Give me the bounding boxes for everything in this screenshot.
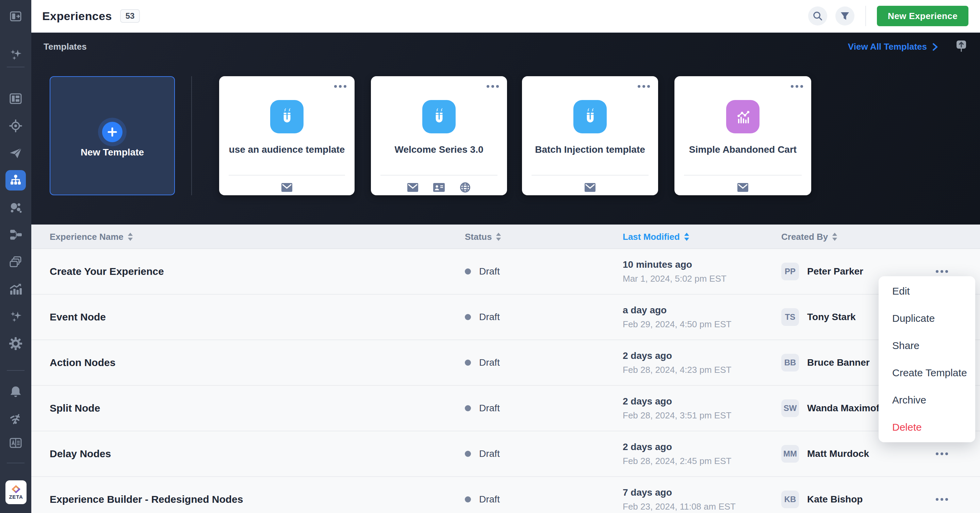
sidebar-divider	[7, 370, 24, 371]
sort-icon	[496, 233, 501, 241]
menu-item-delete[interactable]: Delete	[878, 414, 975, 441]
experience-table: Create Your Experience Draft 10 minutes …	[31, 249, 980, 513]
experience-name[interactable]: Action Nodes	[50, 357, 115, 368]
experience-name[interactable]: Split Node	[50, 402, 100, 414]
collapse-section-icon[interactable]	[954, 39, 969, 53]
creator-name: Wanda Maximoff	[807, 403, 882, 414]
table-header: Experience Name Status Last Modified Cre…	[31, 224, 980, 249]
modified-relative: 2 days ago	[623, 442, 731, 453]
envelope-icon	[737, 183, 748, 192]
search-button[interactable]	[808, 6, 827, 25]
copies-icon[interactable]	[9, 255, 22, 269]
table-row[interactable]: Experience Builder - Redesigned Nodes Dr…	[31, 477, 980, 513]
top-bar: Experiences 53 New Experience	[31, 0, 980, 33]
send-icon[interactable]	[9, 146, 22, 160]
status-label: Draft	[479, 357, 500, 368]
status-label: Draft	[479, 494, 500, 505]
avatar: SW	[781, 399, 799, 417]
menu-item-edit[interactable]: Edit	[878, 278, 975, 305]
layout-icon[interactable]	[9, 92, 22, 105]
creator-name: Kate Bishop	[807, 494, 862, 505]
modified-relative: 10 minutes ago	[623, 259, 727, 270]
filter-icon	[840, 11, 850, 21]
sparkles-icon[interactable]	[9, 310, 22, 323]
split-node-icon[interactable]	[9, 228, 22, 241]
row-context-menu: Edit Duplicate Share Create Template Arc…	[878, 276, 975, 442]
experience-name[interactable]: Create Your Experience	[50, 266, 164, 277]
modified-absolute: Feb 28, 2024, 2:45 pm EST	[623, 456, 731, 466]
new-experience-button[interactable]: New Experience	[877, 6, 969, 26]
template-name: use an audience template	[219, 144, 355, 155]
bell-icon[interactable]	[9, 385, 22, 399]
status-dot	[465, 360, 471, 366]
card-kebab-menu-icon[interactable]	[334, 85, 347, 88]
card-kebab-menu-icon[interactable]	[791, 85, 803, 88]
zeta-diamond-icon	[11, 485, 21, 493]
envelope-icon	[282, 183, 292, 192]
status-dot	[465, 405, 471, 411]
template-name: Simple Abandoned Cart	[675, 144, 811, 155]
creator-name: Tony Stark	[807, 311, 856, 322]
template-card[interactable]: use an audience template	[219, 76, 355, 195]
table-row[interactable]: Delay Nodes Draft 2 days agoFeb 28, 2024…	[31, 431, 980, 477]
menu-item-create-template[interactable]: Create Template	[878, 359, 975, 386]
sidebar-item-experiences-selected[interactable]	[5, 170, 26, 191]
experience-name[interactable]: Event Node	[50, 311, 106, 323]
row-kebab-menu-icon[interactable]	[936, 270, 948, 273]
modified-relative: 2 days ago	[623, 350, 731, 361]
modified-absolute: Feb 23, 2024, 11:08 am EST	[623, 502, 736, 512]
target-icon[interactable]	[9, 119, 22, 133]
magnet-icon	[422, 100, 456, 133]
table-row[interactable]: Event Node Draft a day agoFeb 29, 2024, …	[31, 295, 980, 340]
sparkles-icon[interactable]	[9, 48, 22, 61]
page-title: Experiences	[42, 10, 112, 23]
card-kebab-menu-icon[interactable]	[638, 85, 650, 88]
column-header-created-by[interactable]: Created By	[781, 224, 837, 249]
table-row[interactable]: Create Your Experience Draft 10 minutes …	[31, 249, 980, 295]
template-card[interactable]: Welcome Series 3.0	[371, 76, 507, 195]
row-kebab-menu-icon[interactable]	[936, 453, 948, 455]
templates-divider	[191, 76, 192, 195]
status-label: Draft	[479, 448, 500, 459]
zeta-logo[interactable]: ZETA	[5, 480, 27, 504]
envelope-icon	[407, 183, 418, 192]
chart-trend-icon[interactable]	[9, 282, 22, 296]
status-label: Draft	[479, 311, 500, 322]
menu-item-duplicate[interactable]: Duplicate	[878, 305, 975, 332]
template-card[interactable]: Batch Injection template	[522, 76, 658, 195]
status-label: Draft	[479, 403, 500, 414]
avatar: TS	[781, 308, 799, 326]
templates-section-title: Templates	[43, 41, 87, 52]
experience-name[interactable]: Delay Nodes	[50, 448, 111, 460]
status-dot	[465, 314, 471, 320]
column-header-status[interactable]: Status	[465, 224, 501, 249]
filter-button[interactable]	[835, 6, 854, 25]
docs-book-icon[interactable]	[9, 436, 22, 450]
menu-item-share[interactable]: Share	[878, 332, 975, 359]
column-header-last-modified[interactable]: Last Modified	[623, 224, 689, 249]
table-row[interactable]: Action Nodes Draft 2 days agoFeb 28, 202…	[31, 340, 980, 386]
globe-icon	[460, 182, 471, 193]
status-label: Draft	[479, 266, 500, 277]
signal-off-icon[interactable]	[9, 412, 22, 426]
experience-name[interactable]: Experience Builder - Redesigned Nodes	[50, 494, 243, 505]
audience-cluster-icon[interactable]	[9, 201, 22, 214]
menu-item-archive[interactable]: Archive	[878, 386, 975, 414]
status-dot	[465, 451, 471, 457]
search-icon	[813, 11, 823, 21]
magnet-icon	[270, 100, 304, 133]
row-kebab-menu-icon[interactable]	[936, 498, 948, 501]
collapse-panel-icon[interactable]	[9, 10, 22, 23]
status-dot	[465, 496, 471, 502]
gear-icon[interactable]	[9, 337, 22, 350]
new-template-card[interactable]: New Template	[50, 76, 175, 195]
card-kebab-menu-icon[interactable]	[487, 85, 499, 88]
template-card[interactable]: Simple Abandoned Cart	[675, 76, 811, 195]
avatar: MM	[781, 445, 799, 463]
experience-count-badge: 53	[120, 9, 140, 23]
magnet-icon	[573, 100, 607, 133]
table-row[interactable]: Split Node Draft 2 days agoFeb 28, 2024,…	[31, 386, 980, 431]
view-all-templates-link[interactable]: View All Templates	[848, 41, 938, 52]
modified-absolute: Mar 1, 2024, 5:02 pm EST	[623, 273, 727, 284]
column-header-experience-name[interactable]: Experience Name	[50, 224, 133, 249]
